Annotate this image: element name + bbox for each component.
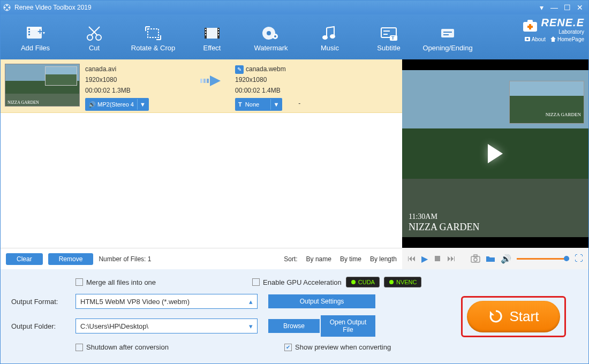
chevron-up-icon: ▴ bbox=[249, 298, 253, 306]
svg-rect-45 bbox=[200, 79, 202, 83]
svg-rect-7 bbox=[28, 28, 30, 30]
window-maximize[interactable]: ☐ bbox=[561, 3, 573, 12]
svg-rect-24 bbox=[218, 34, 219, 35]
svg-line-13 bbox=[89, 27, 97, 35]
preview-pip bbox=[509, 81, 584, 124]
volume-slider[interactable] bbox=[517, 258, 569, 260]
output-folder-dropdown[interactable]: C:\Users\HP\Desktop\ ▾ bbox=[75, 318, 258, 333]
svg-rect-20 bbox=[205, 32, 206, 33]
play-button[interactable]: ▶ bbox=[421, 254, 428, 264]
rotate-crop-icon bbox=[124, 22, 183, 44]
opening-ending-button[interactable]: Opening/Ending bbox=[418, 22, 477, 52]
dest-resolution: 1920x1080 bbox=[235, 74, 353, 85]
source-filename: canada.avi bbox=[85, 64, 192, 74]
svg-point-1 bbox=[6, 5, 8, 6]
add-files-button[interactable]: + Add Files bbox=[6, 22, 65, 52]
about-link[interactable]: About bbox=[524, 36, 546, 42]
window-close[interactable]: ✕ bbox=[573, 3, 586, 12]
merge-label: Merge all files into one bbox=[86, 278, 156, 286]
svg-point-2 bbox=[9, 7, 10, 9]
music-label: Music bbox=[321, 44, 339, 52]
brand-logo: RENE.E bbox=[541, 17, 584, 29]
start-button[interactable]: Start bbox=[467, 301, 561, 332]
gpu-label: Enable GPU Acceleration bbox=[263, 278, 342, 286]
chevron-down-icon: ▼ bbox=[270, 99, 279, 110]
svg-point-28 bbox=[274, 35, 276, 37]
cut-button[interactable]: Cut bbox=[65, 22, 124, 52]
svg-point-30 bbox=[330, 34, 335, 39]
subtitle-track-dropdown[interactable]: T None ▼ bbox=[235, 98, 282, 111]
svg-line-14 bbox=[91, 27, 100, 35]
merge-checkbox[interactable] bbox=[75, 278, 83, 286]
edit-icon[interactable]: ✎ bbox=[235, 65, 244, 74]
output-settings-button[interactable]: Output Settings bbox=[268, 294, 375, 308]
music-button[interactable]: Music bbox=[300, 22, 359, 52]
subtitle-button[interactable]: T Subtitle bbox=[359, 22, 418, 52]
sort-by-time[interactable]: By time bbox=[340, 255, 361, 263]
titlebar: Renee Video Toolbox 2019 ▾ — ☐ ✕ bbox=[1, 1, 588, 14]
svg-rect-21 bbox=[205, 34, 206, 35]
effect-button[interactable]: Effect bbox=[183, 22, 241, 52]
opening-ending-icon bbox=[418, 22, 477, 44]
svg-rect-49 bbox=[474, 255, 477, 257]
rotate-crop-label: Rotate & Crop bbox=[131, 44, 175, 52]
svg-rect-16 bbox=[205, 28, 220, 39]
start-highlight: Start bbox=[461, 296, 567, 337]
output-format-label: Output Format: bbox=[11, 298, 75, 306]
output-folder-label: Output Folder: bbox=[11, 322, 75, 330]
svg-point-4 bbox=[4, 7, 6, 9]
svg-rect-19 bbox=[205, 29, 206, 30]
output-format-dropdown[interactable]: HTML5 WebM VP8 Video (*.webm) ▴ bbox=[75, 294, 258, 309]
volume-icon[interactable]: 🔊 bbox=[501, 254, 511, 264]
main-toolbar: + Add Files Cut Rotate & Crop Effect Wat… bbox=[1, 14, 588, 59]
svg-point-3 bbox=[6, 9, 8, 11]
file-row[interactable]: NIZZA GARDEN canada.avi 1920x1080 00:00:… bbox=[1, 59, 402, 113]
rotate-crop-button[interactable]: Rotate & Crop bbox=[124, 22, 183, 52]
sort-by-length[interactable]: By length bbox=[370, 255, 397, 263]
shutdown-label: Shutdown after conversion bbox=[86, 343, 169, 351]
play-overlay-icon[interactable] bbox=[488, 144, 503, 163]
svg-rect-22 bbox=[218, 29, 219, 30]
shutdown-checkbox[interactable] bbox=[75, 344, 83, 351]
dest-duration-size: 00:00:02 1.4MB bbox=[235, 85, 353, 96]
next-button[interactable]: ⏭ bbox=[447, 254, 456, 263]
brand-medkit-icon bbox=[522, 19, 538, 33]
snapshot-button[interactable] bbox=[471, 254, 480, 263]
preview-caption: NIZZA GARDEN bbox=[409, 222, 480, 233]
music-icon bbox=[300, 22, 359, 44]
svg-rect-15 bbox=[148, 29, 158, 37]
browse-button[interactable]: Browse bbox=[268, 319, 320, 333]
svg-rect-8 bbox=[28, 31, 30, 33]
fullscreen-button[interactable]: ⛶ bbox=[575, 254, 583, 263]
file-count-label: Number of Files: 1 bbox=[99, 255, 151, 263]
prev-button[interactable]: ⏮ bbox=[407, 254, 416, 263]
cuda-badge: CUDA bbox=[346, 277, 380, 287]
stop-button[interactable]: ⏹ bbox=[433, 254, 442, 263]
app-logo-icon bbox=[3, 3, 11, 12]
gpu-checkbox[interactable] bbox=[252, 278, 260, 286]
file-list: NIZZA GARDEN canada.avi 1920x1080 00:00:… bbox=[1, 59, 402, 248]
svg-text:T: T bbox=[391, 35, 395, 41]
show-preview-checkbox[interactable]: ✔ bbox=[284, 344, 292, 351]
window-title: Renee Video Toolbox 2019 bbox=[14, 4, 535, 11]
homepage-link[interactable]: HomePage bbox=[550, 36, 584, 42]
svg-rect-42 bbox=[527, 26, 533, 28]
effect-icon bbox=[183, 22, 241, 44]
add-files-icon: + bbox=[6, 22, 65, 44]
sort-by-name[interactable]: By name bbox=[306, 255, 331, 263]
svg-rect-46 bbox=[203, 79, 206, 83]
window-menu-dropdown[interactable]: ▾ bbox=[535, 3, 548, 12]
brand-sub: Laboratory bbox=[541, 29, 584, 35]
watermark-button[interactable]: Watermark bbox=[241, 22, 300, 52]
dest-filename: canada.webm bbox=[246, 65, 286, 73]
remove-button[interactable]: Remove bbox=[48, 253, 94, 265]
svg-point-52 bbox=[389, 280, 394, 284]
conversion-arrow-icon bbox=[198, 74, 230, 87]
refresh-icon bbox=[488, 309, 503, 324]
clear-button[interactable]: Clear bbox=[6, 253, 43, 265]
open-folder-button[interactable] bbox=[486, 255, 495, 262]
list-controls: Clear Remove Number of Files: 1 Sort: By… bbox=[1, 248, 402, 269]
audio-track-dropdown[interactable]: 🔊 MP2(Stereo 4▼ bbox=[85, 98, 149, 111]
open-output-folder-button[interactable]: Open Output File bbox=[321, 315, 375, 337]
window-minimize[interactable]: — bbox=[548, 3, 561, 12]
